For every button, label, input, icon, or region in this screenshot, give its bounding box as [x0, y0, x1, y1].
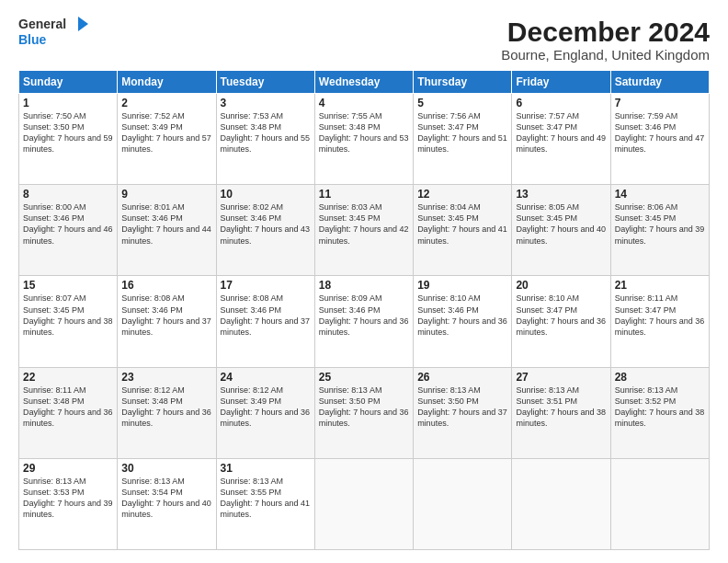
day-number: 20: [516, 279, 606, 292]
cell-info: Sunrise: 7:53 AMSunset: 3:48 PMDaylight:…: [221, 110, 311, 155]
day-number: 27: [516, 371, 606, 384]
cell-w4-d4: 25 Sunrise: 8:13 AMSunset: 3:50 PMDaylig…: [314, 367, 413, 458]
cell-info: Sunrise: 7:55 AMSunset: 3:48 PMDaylight:…: [319, 110, 409, 155]
logo-icon: [68, 17, 88, 31]
day-number: 26: [417, 371, 507, 384]
cell-w2-d7: 14 Sunrise: 8:06 AMSunset: 3:45 PMDaylig…: [610, 185, 709, 276]
day-number: 29: [23, 462, 113, 475]
cell-info: Sunrise: 7:56 AMSunset: 3:47 PMDaylight:…: [417, 110, 507, 155]
cell-w3-d6: 20 Sunrise: 8:10 AMSunset: 3:47 PMDaylig…: [512, 276, 610, 367]
cell-w4-d2: 23 Sunrise: 8:12 AMSunset: 3:48 PMDaylig…: [118, 367, 216, 458]
cell-info: Sunrise: 7:52 AMSunset: 3:49 PMDaylight:…: [121, 110, 211, 155]
cell-w5-d1: 29 Sunrise: 8:13 AMSunset: 3:53 PMDaylig…: [19, 458, 118, 549]
title-block: December 2024 Bourne, England, United Ki…: [501, 17, 710, 63]
col-thursday: Thursday: [414, 71, 512, 94]
day-number: 9: [121, 188, 211, 201]
subtitle: Bourne, England, United Kingdom: [501, 47, 710, 63]
col-sunday: Sunday: [19, 71, 118, 94]
day-number: 21: [615, 279, 705, 292]
svg-marker-0: [78, 17, 88, 31]
day-number: 30: [121, 462, 211, 475]
cell-info: Sunrise: 8:03 AMSunset: 3:45 PMDaylight:…: [319, 201, 409, 247]
day-number: 23: [121, 371, 211, 384]
cell-w3-d3: 17 Sunrise: 8:08 AMSunset: 3:46 PMDaylig…: [216, 276, 314, 367]
cell-info: Sunrise: 8:06 AMSunset: 3:45 PMDaylight:…: [615, 201, 705, 247]
cell-w4-d3: 24 Sunrise: 8:12 AMSunset: 3:49 PMDaylig…: [216, 367, 314, 458]
logo: General Blue: [18, 17, 88, 48]
cell-info: Sunrise: 7:59 AMSunset: 3:46 PMDaylight:…: [615, 110, 705, 155]
cell-w5-d3: 31 Sunrise: 8:13 AMSunset: 3:55 PMDaylig…: [216, 458, 314, 549]
day-number: 18: [319, 279, 409, 292]
day-number: 14: [615, 188, 705, 201]
cell-w1-d4: 4 Sunrise: 7:55 AMSunset: 3:48 PMDayligh…: [314, 94, 413, 185]
cell-info: Sunrise: 8:08 AMSunset: 3:46 PMDaylight:…: [221, 293, 311, 338]
cell-info: Sunrise: 8:13 AMSunset: 3:54 PMDaylight:…: [121, 476, 211, 521]
cell-w2-d6: 13 Sunrise: 8:05 AMSunset: 3:45 PMDaylig…: [512, 185, 610, 276]
cell-info: Sunrise: 8:10 AMSunset: 3:47 PMDaylight:…: [516, 293, 606, 338]
week-row-4: 22 Sunrise: 8:11 AMSunset: 3:48 PMDaylig…: [19, 367, 710, 458]
cell-info: Sunrise: 7:57 AMSunset: 3:47 PMDaylight:…: [516, 110, 606, 155]
day-number: 16: [121, 279, 211, 292]
day-number: 3: [221, 97, 311, 109]
col-monday: Monday: [118, 71, 216, 94]
cell-info: Sunrise: 8:12 AMSunset: 3:49 PMDaylight:…: [221, 385, 311, 430]
day-number: 6: [516, 97, 606, 109]
cell-w5-d4: [314, 458, 413, 549]
day-number: 5: [417, 97, 507, 109]
header: General Blue December 2024 Bourne, Engla…: [18, 17, 710, 63]
day-number: 2: [121, 97, 211, 109]
cell-w5-d7: [610, 458, 709, 549]
cell-info: Sunrise: 8:10 AMSunset: 3:46 PMDaylight:…: [417, 293, 507, 338]
cell-info: Sunrise: 8:07 AMSunset: 3:45 PMDaylight:…: [23, 293, 113, 338]
logo-blue-text: Blue: [18, 32, 46, 47]
header-row: Sunday Monday Tuesday Wednesday Thursday…: [19, 71, 710, 94]
day-number: 15: [23, 279, 113, 292]
day-number: 1: [23, 97, 113, 109]
day-number: 8: [23, 188, 113, 201]
day-number: 19: [417, 279, 507, 292]
col-tuesday: Tuesday: [216, 71, 314, 94]
cell-info: Sunrise: 8:00 AMSunset: 3:46 PMDaylight:…: [23, 201, 113, 247]
cell-info: Sunrise: 8:05 AMSunset: 3:45 PMDaylight:…: [516, 201, 606, 247]
cell-info: Sunrise: 7:50 AMSunset: 3:50 PMDaylight:…: [23, 110, 113, 155]
cell-info: Sunrise: 8:13 AMSunset: 3:55 PMDaylight:…: [221, 476, 311, 521]
cell-w1-d1: 1 Sunrise: 7:50 AMSunset: 3:50 PMDayligh…: [19, 94, 118, 185]
cell-w4-d7: 28 Sunrise: 8:13 AMSunset: 3:52 PMDaylig…: [610, 367, 709, 458]
week-row-5: 29 Sunrise: 8:13 AMSunset: 3:53 PMDaylig…: [19, 458, 710, 549]
cell-w5-d5: [414, 458, 512, 549]
day-number: 12: [417, 188, 507, 201]
main-title: December 2024: [501, 17, 710, 47]
cell-w3-d2: 16 Sunrise: 8:08 AMSunset: 3:46 PMDaylig…: [118, 276, 216, 367]
col-wednesday: Wednesday: [314, 71, 413, 94]
week-row-1: 1 Sunrise: 7:50 AMSunset: 3:50 PMDayligh…: [19, 94, 710, 185]
cell-w3-d5: 19 Sunrise: 8:10 AMSunset: 3:46 PMDaylig…: [414, 276, 512, 367]
day-number: 31: [221, 462, 311, 475]
day-number: 28: [615, 371, 705, 384]
cell-w3-d1: 15 Sunrise: 8:07 AMSunset: 3:45 PMDaylig…: [19, 276, 118, 367]
cell-w2-d1: 8 Sunrise: 8:00 AMSunset: 3:46 PMDayligh…: [19, 185, 118, 276]
cell-info: Sunrise: 8:09 AMSunset: 3:46 PMDaylight:…: [319, 293, 409, 338]
cell-w3-d4: 18 Sunrise: 8:09 AMSunset: 3:46 PMDaylig…: [314, 276, 413, 367]
cell-w4-d1: 22 Sunrise: 8:11 AMSunset: 3:48 PMDaylig…: [19, 367, 118, 458]
cell-info: Sunrise: 8:01 AMSunset: 3:46 PMDaylight:…: [121, 201, 211, 247]
week-row-2: 8 Sunrise: 8:00 AMSunset: 3:46 PMDayligh…: [19, 185, 710, 276]
day-number: 10: [221, 188, 311, 201]
cell-info: Sunrise: 8:12 AMSunset: 3:48 PMDaylight:…: [121, 385, 211, 430]
cell-w5-d6: [512, 458, 610, 549]
cell-info: Sunrise: 8:13 AMSunset: 3:51 PMDaylight:…: [516, 385, 606, 430]
cell-w4-d5: 26 Sunrise: 8:13 AMSunset: 3:50 PMDaylig…: [414, 367, 512, 458]
cell-w3-d7: 21 Sunrise: 8:11 AMSunset: 3:47 PMDaylig…: [610, 276, 709, 367]
cell-w4-d6: 27 Sunrise: 8:13 AMSunset: 3:51 PMDaylig…: [512, 367, 610, 458]
cell-w1-d7: 7 Sunrise: 7:59 AMSunset: 3:46 PMDayligh…: [610, 94, 709, 185]
day-number: 24: [221, 371, 311, 384]
day-number: 7: [615, 97, 705, 109]
cell-w1-d5: 5 Sunrise: 7:56 AMSunset: 3:47 PMDayligh…: [414, 94, 512, 185]
day-number: 25: [319, 371, 409, 384]
calendar-table: Sunday Monday Tuesday Wednesday Thursday…: [18, 70, 710, 550]
col-friday: Friday: [512, 71, 610, 94]
cell-info: Sunrise: 8:11 AMSunset: 3:47 PMDaylight:…: [615, 293, 705, 338]
col-saturday: Saturday: [610, 71, 709, 94]
cell-info: Sunrise: 8:04 AMSunset: 3:45 PMDaylight:…: [417, 201, 507, 247]
cell-info: Sunrise: 8:08 AMSunset: 3:46 PMDaylight:…: [121, 293, 211, 338]
cell-w2-d2: 9 Sunrise: 8:01 AMSunset: 3:46 PMDayligh…: [118, 185, 216, 276]
